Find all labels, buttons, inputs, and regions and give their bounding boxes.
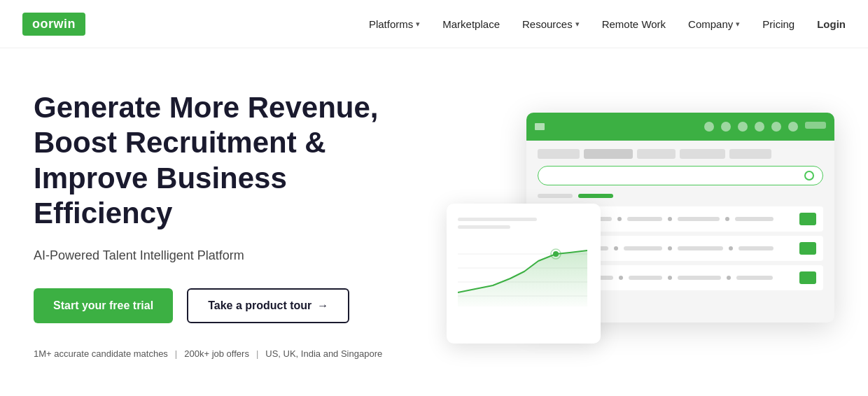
- filter-bar-2: [584, 149, 633, 159]
- row-line-2: [624, 246, 662, 250]
- stat-1: 1M+ accurate candidate matches: [34, 348, 168, 359]
- svg-point-4: [553, 251, 559, 257]
- chart-text-lines: [458, 218, 589, 229]
- filter-bar-1: [538, 149, 580, 159]
- nav-label-marketplace: Marketplace: [442, 18, 500, 30]
- add-topbar-icon: [721, 122, 731, 132]
- nav-label-company: Company: [688, 18, 733, 30]
- row-line-4: [735, 217, 774, 221]
- row-line-3: [678, 276, 721, 280]
- dashboard-topbar: [526, 113, 834, 141]
- db-search-bar: [538, 166, 823, 185]
- row-line-4: [736, 276, 773, 280]
- nav-item-resources[interactable]: Resources ▾: [522, 18, 580, 30]
- hero-content: Generate More Revenue, Boost Recruitment…: [34, 90, 412, 359]
- row-dot: [617, 217, 622, 221]
- row-badge: [799, 242, 816, 255]
- row-line-3: [678, 217, 720, 221]
- chevron-down-icon: ▾: [736, 20, 740, 29]
- chevron-down-icon: ▾: [575, 20, 580, 29]
- nav-label-pricing: Pricing: [762, 18, 794, 30]
- row-dot-3: [729, 246, 733, 250]
- hero-section: Generate More Revenue, Boost Recruitment…: [0, 48, 868, 387]
- nav-label-platforms: Platforms: [369, 18, 413, 30]
- search-cursor-icon: [804, 171, 814, 181]
- chart-line-2: [458, 225, 510, 229]
- row-dot: [614, 246, 618, 250]
- chart-line-1: [458, 218, 537, 221]
- stat-2: 200k+ job offers: [184, 348, 249, 359]
- hero-subtitle: AI-Powered Talent Intelligent Platform: [34, 248, 412, 263]
- stat-3: US, UK, India and Singapore: [265, 348, 382, 359]
- row-line-2: [627, 217, 662, 221]
- nav-item-company[interactable]: Company ▾: [688, 18, 740, 30]
- nav-item-remote-work[interactable]: Remote Work: [602, 18, 666, 30]
- db-tab-1: [538, 194, 573, 198]
- db-tab-2: [578, 194, 613, 198]
- row-dot-3: [725, 217, 729, 221]
- profile-topbar-icon: [788, 122, 798, 132]
- search-topbar-icon: [704, 122, 714, 132]
- filter-bar-4: [680, 149, 725, 159]
- nav-item-platforms[interactable]: Platforms ▾: [369, 18, 420, 30]
- hero-buttons: Start your free trial Take a product tou…: [34, 288, 412, 323]
- logo[interactable]: oorwin: [22, 13, 85, 36]
- nav-item-marketplace[interactable]: Marketplace: [442, 18, 500, 30]
- row-line-3: [678, 246, 723, 250]
- row-dot-2: [668, 217, 672, 221]
- user-topbar-icon: [738, 122, 748, 132]
- chevron-down-icon: ▾: [416, 20, 420, 29]
- arrow-icon: →: [317, 299, 328, 312]
- hero-headline: Generate More Revenue, Boost Recruitment…: [34, 90, 412, 232]
- start-trial-button[interactable]: Start your free trial: [34, 288, 173, 323]
- chart-body: [447, 204, 601, 324]
- menu-icon: [535, 123, 545, 130]
- db-tabs: [538, 191, 823, 201]
- filter-bar-5: [729, 149, 771, 159]
- nav-label-login: Login: [817, 18, 846, 30]
- filter-bars: [538, 149, 823, 159]
- row-badge: [799, 213, 816, 225]
- row-dot-2: [668, 246, 672, 250]
- row-dot: [619, 276, 623, 280]
- line-chart: [458, 240, 587, 310]
- row-dot-3: [727, 276, 731, 280]
- grid-topbar-icon: [755, 122, 764, 132]
- nav-label-resources: Resources: [522, 18, 573, 30]
- hero-stats: 1M+ accurate candidate matches | 200k+ j…: [34, 348, 412, 359]
- topbar-bar: [805, 122, 826, 129]
- stat-separator-2: |: [256, 348, 258, 359]
- nav-item-login[interactable]: Login: [817, 18, 846, 30]
- nav-label-remote-work: Remote Work: [602, 18, 666, 30]
- nav-links: Platforms ▾ Marketplace Resources ▾ Remo…: [369, 18, 846, 30]
- nav-item-pricing[interactable]: Pricing: [762, 18, 794, 30]
- row-line-2: [629, 276, 662, 280]
- hero-illustration: [440, 113, 834, 337]
- row-dot-2: [668, 276, 672, 280]
- row-badge: [799, 271, 816, 284]
- filter-bar-3: [637, 149, 676, 159]
- settings-topbar-icon: [771, 122, 781, 132]
- row-line-4: [738, 246, 774, 250]
- product-tour-label: Take a product tour: [208, 299, 312, 312]
- product-tour-button[interactable]: Take a product tour →: [187, 288, 349, 323]
- navbar: oorwin Platforms ▾ Marketplace Resources…: [0, 0, 868, 48]
- topbar-icons-right: [704, 122, 826, 132]
- dashboard-chart-window: [447, 204, 601, 344]
- stat-separator-1: |: [175, 348, 177, 359]
